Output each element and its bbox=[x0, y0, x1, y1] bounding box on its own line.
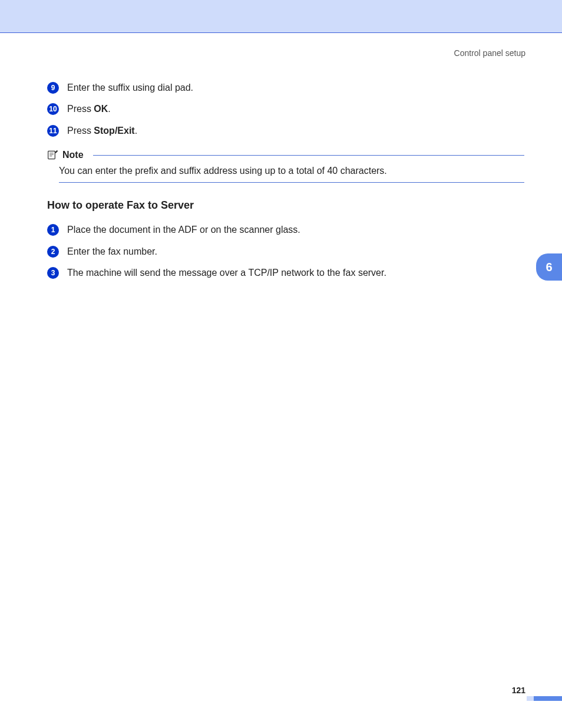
step-text: Enter the suffix using dial pad. bbox=[67, 81, 193, 94]
step-b3: 3 The machine will send the message over… bbox=[47, 266, 524, 279]
chapter-tab: 6 bbox=[536, 253, 562, 281]
main-content: 9 Enter the suffix using dial pad. 10 Pr… bbox=[47, 81, 524, 288]
section-heading: How to operate Fax to Server bbox=[47, 199, 524, 212]
step-prefix: Press bbox=[67, 126, 94, 136]
step-bold: Stop/Exit bbox=[94, 126, 134, 136]
step-text: The machine will send the message over a… bbox=[67, 266, 386, 279]
note-header: Note bbox=[47, 149, 524, 161]
step-suffix: . bbox=[108, 104, 110, 114]
step-suffix: . bbox=[135, 126, 137, 136]
note-rule-top bbox=[93, 155, 524, 156]
step-bullet-b2: 2 bbox=[47, 246, 59, 258]
step-text: Enter the fax number. bbox=[67, 245, 157, 258]
note-label: Note bbox=[62, 150, 84, 160]
step-prefix: Press bbox=[67, 104, 94, 114]
step-bullet-b1: 1 bbox=[47, 224, 59, 236]
step-11: 11 Press Stop/Exit. bbox=[47, 124, 524, 137]
footer-bar bbox=[534, 696, 562, 701]
note-body: You can enter the prefix and suffix addr… bbox=[59, 166, 524, 183]
step-bullet-9: 9 bbox=[47, 82, 59, 94]
step-bold: OK bbox=[94, 104, 108, 114]
step-bullet-10: 10 bbox=[47, 103, 59, 115]
running-header: Control panel setup bbox=[454, 48, 525, 58]
step-10: 10 Press OK. bbox=[47, 103, 524, 116]
step-b1: 1 Place the document in the ADF or on th… bbox=[47, 223, 524, 236]
step-bullet-11: 11 bbox=[47, 125, 59, 137]
step-9: 9 Enter the suffix using dial pad. bbox=[47, 81, 524, 94]
step-text: Press Stop/Exit. bbox=[67, 124, 137, 137]
note-block: Note You can enter the prefix and suffix… bbox=[47, 149, 524, 183]
svg-rect-0 bbox=[48, 151, 55, 159]
top-banner bbox=[0, 0, 562, 33]
step-bullet-b3: 3 bbox=[47, 267, 59, 279]
pencil-note-icon bbox=[47, 149, 59, 161]
step-b2: 2 Enter the fax number. bbox=[47, 245, 524, 258]
page-number: 121 bbox=[512, 686, 525, 695]
step-text: Place the document in the ADF or on the … bbox=[67, 223, 300, 236]
step-text: Press OK. bbox=[67, 103, 111, 116]
